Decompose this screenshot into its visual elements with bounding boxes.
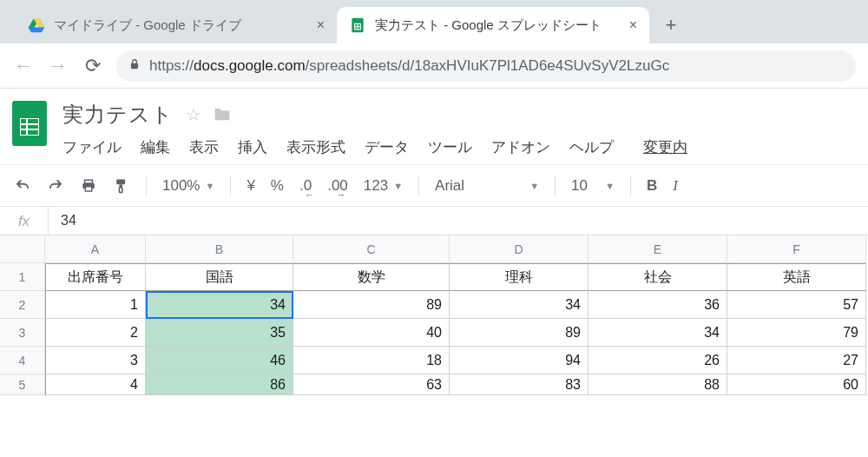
cell[interactable]: 60 <box>727 374 866 395</box>
col-header-C[interactable]: C <box>293 235 450 263</box>
cell[interactable]: 4 <box>45 374 146 395</box>
cell[interactable]: 27 <box>727 347 866 374</box>
cell[interactable]: 国語 <box>146 263 293 291</box>
cell[interactable]: 89 <box>450 319 589 347</box>
folder-icon[interactable] <box>214 105 231 125</box>
menu-file[interactable]: ファイル <box>62 137 122 157</box>
cell[interactable]: 88 <box>589 374 727 395</box>
drive-icon <box>28 17 45 34</box>
tab-title: マイドライブ - Google ドライブ <box>54 17 308 34</box>
browser-tab-drive[interactable]: マイドライブ - Google ドライブ × <box>16 7 337 43</box>
chevron-down-icon: ▼ <box>393 181 403 191</box>
decrease-decimal-button[interactable]: .0← <box>299 177 312 195</box>
url-field[interactable]: https://docs.google.com/spreadsheets/d/1… <box>116 50 856 82</box>
row-header[interactable]: 4 <box>0 347 45 374</box>
increase-decimal-button[interactable]: .00→ <box>327 177 348 195</box>
col-header-A[interactable]: A <box>45 235 146 263</box>
separator <box>418 176 419 196</box>
menu-view[interactable]: 表示 <box>189 137 219 157</box>
number-format-dropdown[interactable]: 123▼ <box>364 177 403 195</box>
cell[interactable]: 理科 <box>450 263 589 291</box>
menu-insert[interactable]: 挿入 <box>238 137 267 157</box>
cell[interactable]: 数学 <box>293 263 450 291</box>
bold-button[interactable]: B <box>647 177 657 195</box>
row-header[interactable]: 3 <box>0 319 45 347</box>
cell[interactable]: 46 <box>146 347 293 374</box>
fx-label: fx <box>0 207 49 235</box>
cell[interactable]: 40 <box>293 319 450 347</box>
paint-format-button[interactable] <box>113 177 130 195</box>
menu-tools[interactable]: ツール <box>428 137 472 157</box>
forward-button[interactable]: → <box>47 55 69 77</box>
cell[interactable]: 35 <box>146 319 293 347</box>
col-header-F[interactable]: F <box>727 235 866 263</box>
percent-button[interactable]: % <box>271 177 284 195</box>
row-header[interactable]: 1 <box>0 263 45 291</box>
browser-tab-strip: マイドライブ - Google ドライブ × 実力テスト - Google スプ… <box>0 0 868 43</box>
formula-bar: fx 34 <box>0 206 868 235</box>
cell[interactable]: 94 <box>450 347 589 374</box>
cell[interactable]: 英語 <box>727 263 866 291</box>
menu-changes[interactable]: 変更内 <box>643 137 687 157</box>
cell[interactable]: 83 <box>450 374 589 395</box>
star-icon[interactable]: ☆ <box>186 104 201 125</box>
cell[interactable]: 36 <box>589 291 727 319</box>
new-tab-button[interactable]: + <box>656 10 686 40</box>
doc-title[interactable]: 実力テスト <box>62 101 174 129</box>
formula-input[interactable]: 34 <box>49 213 76 228</box>
currency-button[interactable]: ¥ <box>247 177 254 195</box>
menu-edit[interactable]: 編集 <box>141 137 170 157</box>
cell-active[interactable]: 34 <box>146 291 293 319</box>
cell[interactable]: 3 <box>45 347 146 374</box>
back-button[interactable]: ← <box>12 55 35 77</box>
select-all-corner[interactable] <box>0 235 45 263</box>
cell[interactable]: 社会 <box>589 263 727 291</box>
close-icon[interactable]: × <box>317 17 325 33</box>
cell[interactable]: 86 <box>146 374 293 395</box>
menu-format[interactable]: 表示形式 <box>286 137 345 157</box>
cell[interactable]: 出席番号 <box>45 263 146 291</box>
cell[interactable]: 57 <box>727 291 866 319</box>
svg-marker-7 <box>29 28 44 33</box>
cell[interactable]: 89 <box>293 291 450 319</box>
col-header-D[interactable]: D <box>450 235 589 263</box>
menu-addons[interactable]: アドオン <box>491 137 550 157</box>
toolbar: 100%▼ ¥ % .0← .00→ 123▼ Arial▼ 10▼ B I <box>0 164 868 206</box>
chevron-down-icon: ▼ <box>205 181 214 191</box>
browser-tab-sheets[interactable]: 実力テスト - Google スプレッドシート × <box>337 7 649 43</box>
sheets-app-icon[interactable] <box>12 101 50 149</box>
redo-button[interactable] <box>47 178 64 194</box>
row-header[interactable]: 5 <box>0 374 45 395</box>
col-header-B[interactable]: B <box>146 235 293 263</box>
undo-button[interactable] <box>14 178 31 194</box>
cell[interactable]: 26 <box>589 347 727 374</box>
close-icon[interactable]: × <box>629 17 637 33</box>
cell[interactable]: 79 <box>727 319 866 347</box>
cell[interactable]: 34 <box>589 319 727 347</box>
menu-bar: ファイル 編集 表示 挿入 表示形式 データ ツール アドオン ヘルプ 変更内 <box>62 137 687 157</box>
font-dropdown[interactable]: Arial▼ <box>435 177 539 195</box>
spreadsheet-grid[interactable]: A B C D E F 1 出席番号 国語 数学 理科 社会 英語 2 1 34… <box>0 235 868 395</box>
cell[interactable]: 18 <box>293 347 450 374</box>
italic-button[interactable]: I <box>673 177 678 195</box>
print-button[interactable] <box>80 178 97 194</box>
cell[interactable]: 1 <box>45 291 146 319</box>
cell[interactable]: 63 <box>293 374 450 395</box>
col-header-E[interactable]: E <box>589 235 727 263</box>
menu-data[interactable]: データ <box>365 137 409 157</box>
cell[interactable]: 2 <box>45 319 146 347</box>
chevron-down-icon: ▼ <box>529 181 539 191</box>
separator <box>230 176 231 196</box>
browser-address-bar: ← → ⟳ https://docs.google.com/spreadshee… <box>0 43 868 89</box>
menu-help[interactable]: ヘルプ <box>569 137 614 157</box>
svg-rect-17 <box>85 180 93 183</box>
sheets-icon <box>349 17 366 34</box>
cell[interactable]: 34 <box>450 291 589 319</box>
svg-rect-20 <box>116 179 125 184</box>
svg-rect-19 <box>85 186 92 190</box>
font-size-dropdown[interactable]: 10▼ <box>571 177 615 195</box>
row-header[interactable]: 2 <box>0 291 45 319</box>
doc-header: 実力テスト ☆ ファイル 編集 表示 挿入 表示形式 データ ツール アドオン … <box>0 89 868 157</box>
reload-button[interactable]: ⟳ <box>82 55 104 77</box>
zoom-dropdown[interactable]: 100%▼ <box>162 177 214 195</box>
